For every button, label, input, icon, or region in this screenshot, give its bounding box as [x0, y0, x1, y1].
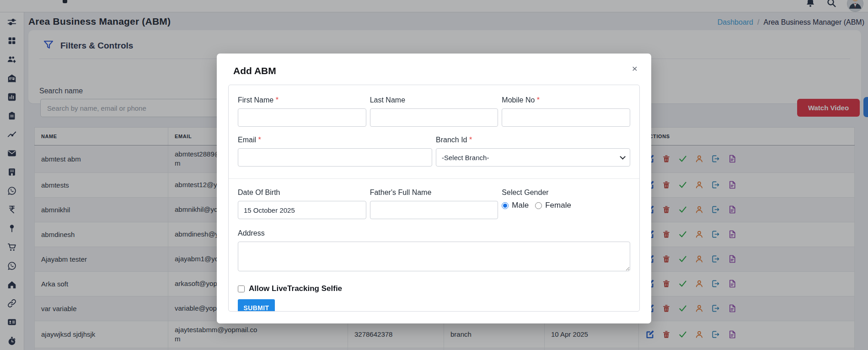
modal-form: First Name * Last Name Mobile No * Email… — [228, 85, 640, 312]
email-field[interactable] — [238, 148, 432, 167]
divider — [229, 178, 639, 179]
branch-id-label: Branch Id * — [436, 136, 630, 144]
gender-male-radio[interactable] — [502, 202, 509, 209]
address-field[interactable] — [238, 242, 630, 271]
modal-title: Add ABM — [233, 65, 276, 76]
required-asterisk: * — [537, 96, 540, 104]
livetracking-selfie-label[interactable]: Allow LiveTracking Selfie — [249, 284, 342, 293]
gender-female-radio[interactable] — [535, 202, 542, 209]
father-name-field[interactable] — [370, 201, 498, 219]
close-icon[interactable]: × — [632, 64, 638, 73]
dob-field[interactable] — [238, 201, 366, 219]
gender-female-label[interactable]: Female — [545, 201, 571, 210]
required-asterisk: * — [469, 136, 472, 144]
required-asterisk: * — [276, 96, 279, 104]
mobile-no-label: Mobile No * — [502, 96, 630, 104]
livetracking-selfie-checkbox[interactable] — [238, 285, 245, 292]
last-name-label: Last Name — [370, 96, 498, 104]
email-label: Email * — [238, 136, 432, 144]
mobile-no-field[interactable] — [502, 108, 630, 127]
last-name-field[interactable] — [370, 108, 498, 127]
gender-male-label[interactable]: Male — [512, 201, 529, 210]
address-label: Address — [238, 229, 630, 237]
dob-label: Date Of Birth — [238, 188, 366, 197]
branch-select[interactable]: -Select Branch- — [436, 148, 630, 167]
required-asterisk: * — [258, 136, 261, 144]
add-abm-modal: Add ABM × First Name * Last Name Mobile … — [217, 54, 651, 323]
first-name-field[interactable] — [238, 108, 366, 127]
submit-button[interactable]: SUBMIT — [238, 299, 275, 312]
first-name-label: First Name * — [238, 96, 366, 104]
father-name-label: Father's Full Name — [370, 188, 498, 197]
gender-label: Select Gender — [502, 188, 630, 197]
